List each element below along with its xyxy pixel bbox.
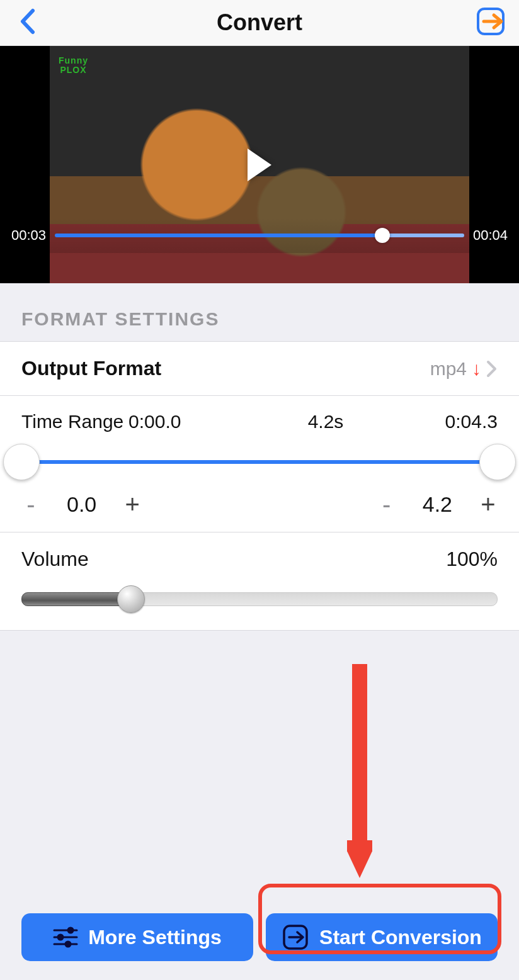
chevron-left-icon [19, 8, 37, 35]
range-handle-end[interactable] [479, 444, 516, 480]
time-range-label: Time Range [21, 411, 128, 432]
section-header: FORMAT SETTINGS [0, 283, 519, 341]
end-stepper: - 4.2 + [377, 492, 498, 517]
settings-panel: Output Format mp4 ↓ Time Range 0:00.0 4.… [0, 341, 519, 631]
volume-slider[interactable] [21, 583, 498, 615]
output-format-value: mp4 [430, 358, 467, 380]
scrub-handle[interactable] [375, 228, 390, 243]
more-settings-label: More Settings [88, 926, 222, 949]
end-value: 4.2 [423, 492, 452, 517]
volume-label: Volume [21, 548, 89, 571]
back-button[interactable] [19, 8, 37, 37]
more-settings-button[interactable]: More Settings [21, 913, 253, 961]
start-value: 0.0 [67, 492, 96, 517]
annotation-arrow [347, 664, 372, 878]
export-button[interactable] [475, 6, 506, 40]
scrub-remaining [382, 234, 464, 237]
play-icon[interactable] [248, 149, 271, 181]
time-range-header: Time Range 0:00.0 4.2s 0:04.3 [21, 411, 498, 432]
output-format-value-group: mp4 ↓ [430, 358, 498, 380]
convert-icon [282, 923, 309, 951]
time-range-start: 0:00.0 [128, 411, 229, 432]
volume-row: Volume 100% [0, 532, 519, 630]
end-increase-button[interactable]: + [479, 492, 498, 517]
end-decrease-button[interactable]: - [377, 492, 396, 517]
chevron-right-icon [486, 360, 498, 378]
svg-point-9 [66, 942, 71, 947]
time-current: 00:03 [11, 227, 46, 244]
volume-fill [21, 592, 132, 606]
download-arrow-icon: ↓ [472, 358, 481, 380]
start-conversion-label: Start Conversion [319, 926, 482, 949]
svg-point-7 [68, 928, 73, 933]
volume-value: 100% [446, 548, 498, 571]
start-decrease-button[interactable]: - [21, 492, 40, 517]
video-watermark: Funny PLOX [59, 56, 88, 74]
time-range-end: 0:04.3 [422, 411, 498, 432]
range-track [21, 460, 498, 464]
video-preview[interactable]: Funny PLOX 00:03 00:04 [0, 46, 519, 283]
sliders-icon [53, 926, 78, 948]
time-range-steppers: - 0.0 + - 4.2 + [21, 492, 498, 517]
bottom-button-bar: More Settings Start Conversion [0, 913, 519, 961]
time-range-slider[interactable] [21, 446, 498, 478]
nav-bar: Convert [0, 0, 519, 46]
output-format-label: Output Format [21, 357, 161, 380]
time-range-row: Time Range 0:00.0 4.2s 0:04.3 - 0.0 + - … [0, 396, 519, 532]
output-format-row[interactable]: Output Format mp4 ↓ [0, 342, 519, 396]
video-scrub-bar: 00:03 00:04 [0, 218, 519, 253]
time-total: 00:04 [473, 227, 508, 244]
svg-marker-3 [347, 840, 372, 878]
start-conversion-button[interactable]: Start Conversion [266, 913, 498, 961]
start-stepper: - 0.0 + [21, 492, 142, 517]
svg-point-8 [58, 935, 63, 940]
range-handle-start[interactable] [3, 444, 40, 480]
scrub-track[interactable] [55, 234, 464, 237]
volume-knob[interactable] [117, 585, 145, 613]
export-icon [475, 6, 506, 37]
time-range-duration: 4.2s [229, 411, 422, 432]
start-increase-button[interactable]: + [123, 492, 142, 517]
page-title: Convert [217, 9, 302, 36]
